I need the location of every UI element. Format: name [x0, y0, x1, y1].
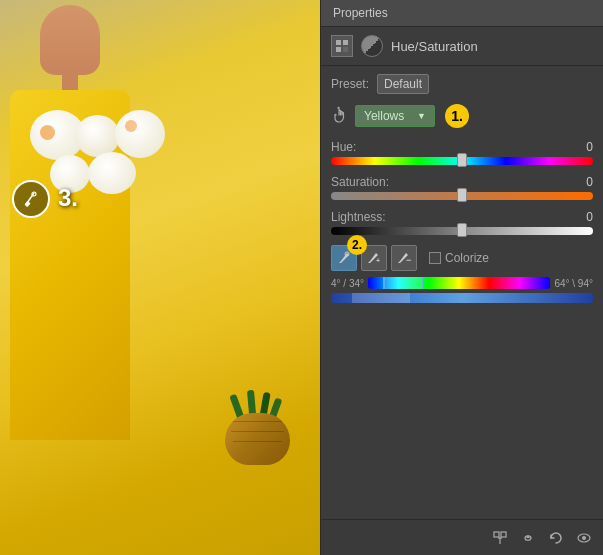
svg-text:+: + [376, 257, 380, 264]
hue-thumb[interactable] [457, 153, 467, 167]
lightness-track[interactable] [331, 227, 593, 235]
lightness-thumb[interactable] [457, 223, 467, 237]
hue-label: Hue: [331, 140, 356, 154]
color-range-bar[interactable] [368, 277, 550, 289]
colorize-label: Colorize [445, 251, 489, 265]
eyedropper-minus-icon: − [397, 251, 411, 265]
adjustment-circle-icon[interactable] [361, 35, 383, 57]
saturation-track[interactable] [331, 192, 593, 200]
flower-5 [88, 152, 136, 194]
colorize-row: Colorize [429, 251, 489, 265]
visibility-icon[interactable] [573, 527, 595, 549]
svg-rect-4 [343, 40, 348, 45]
tools-row: 2. + − Colorize [331, 245, 593, 271]
flower-3 [115, 110, 165, 158]
bottom-toolbar [321, 519, 603, 555]
properties-panel: Properties Hue/Saturation Preset: Defaul… [320, 0, 603, 555]
person-head [40, 5, 100, 75]
eyedropper-circle [12, 180, 50, 218]
clip-icon[interactable] [489, 527, 511, 549]
range-left: 4° / 34° [331, 278, 364, 289]
color-channel-dropdown[interactable]: Yellows ▼ [355, 105, 435, 127]
lightness-value: 0 [573, 210, 593, 224]
annotation-3-group: 3. [12, 180, 50, 218]
lightness-slider-row: Lightness: 0 [331, 210, 593, 235]
eyedropper-plus-icon: + [367, 251, 381, 265]
flower-center-1 [40, 125, 55, 140]
panel-content: Preset: Default Yellows ▼ 1. Hue: 0 [321, 66, 603, 311]
eyedropper-minus-btn[interactable]: − [391, 245, 417, 271]
svg-rect-10 [494, 532, 499, 537]
tool-eyedropper-container: 2. [331, 245, 357, 271]
range-right: 64° \ 94° [554, 278, 593, 289]
blue-range-selection [352, 293, 410, 303]
colorize-checkbox[interactable] [429, 252, 441, 264]
range-row: 4° / 34° 64° \ 94° [331, 277, 593, 289]
hand-tool-icon[interactable] [331, 106, 349, 127]
eyedropper-tool-icon [337, 251, 351, 265]
saturation-slider-row: Saturation: 0 [331, 175, 593, 200]
properties-tab-label: Properties [333, 6, 388, 20]
flower-lei [30, 110, 180, 210]
svg-rect-3 [336, 40, 341, 45]
hue-slider-row: Hue: 0 [331, 140, 593, 165]
saturation-thumb[interactable] [457, 188, 467, 202]
annotation-1-badge: 1. [445, 104, 469, 128]
dropdown-arrow: ▼ [417, 111, 426, 121]
annotation-2-badge: 2. [347, 235, 367, 255]
properties-tab[interactable]: Properties [321, 0, 603, 27]
flower-center-2 [125, 120, 137, 132]
preset-value: Default [377, 74, 429, 94]
preset-label: Preset: [331, 77, 371, 91]
pineapple [225, 385, 290, 465]
eyedropper-icon [22, 190, 40, 208]
annotation-3-label: 3. [58, 184, 78, 212]
range-selection [383, 277, 423, 289]
adjustment-grid-icon[interactable] [331, 35, 353, 57]
svg-rect-11 [501, 532, 506, 537]
color-channel-value: Yellows [364, 109, 404, 123]
preset-row: Preset: Default [331, 74, 593, 94]
reset-icon[interactable] [545, 527, 567, 549]
svg-rect-5 [336, 47, 341, 52]
hue-track[interactable] [331, 157, 593, 165]
grid-svg [335, 39, 349, 53]
svg-rect-1 [24, 201, 30, 207]
svg-rect-6 [343, 47, 348, 52]
photo-canvas: 3. [0, 0, 320, 555]
blue-range-bar[interactable] [331, 293, 593, 303]
panel-title: Hue/Saturation [391, 39, 478, 54]
svg-point-15 [582, 536, 586, 540]
flower-2 [75, 115, 120, 157]
hue-value: 0 [573, 140, 593, 154]
pineapple-body [225, 413, 290, 465]
panel-header: Hue/Saturation [321, 27, 603, 66]
color-channel-row: Yellows ▼ 1. [331, 104, 593, 128]
svg-text:−: − [406, 255, 411, 265]
saturation-value: 0 [573, 175, 593, 189]
link-history-icon[interactable] [517, 527, 539, 549]
saturation-label: Saturation: [331, 175, 389, 189]
lightness-label: Lightness: [331, 210, 386, 224]
